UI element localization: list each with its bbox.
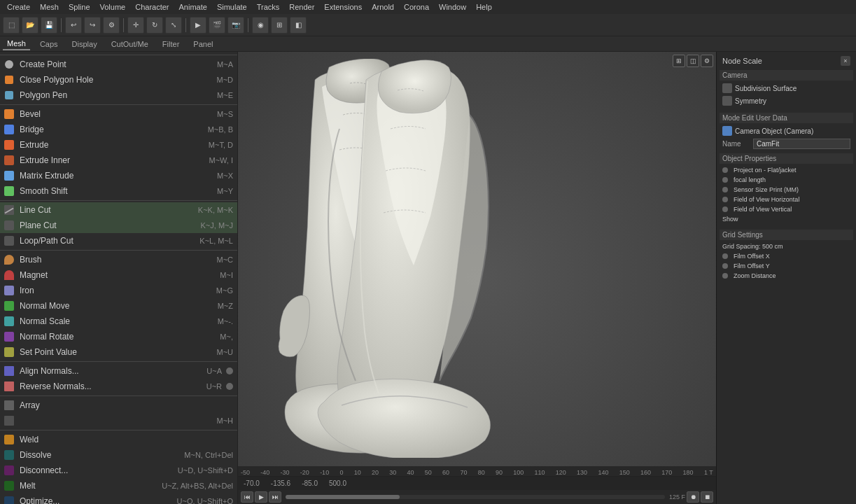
menu-item-align-normals[interactable]: Align Normals... U~A	[0, 363, 237, 379]
bottom-btn-2[interactable]: ▶	[255, 491, 267, 503]
toolbar-new[interactable]: ⬚	[3, 17, 20, 34]
smooth-shift-icon	[3, 185, 15, 197]
menu-item-normal-move[interactable]: Normal Move M~Z	[0, 298, 237, 314]
viewport-settings-btn[interactable]: ⚙	[701, 55, 713, 67]
menu-extensions[interactable]: Extensions	[320, 1, 366, 13]
viewport-display-btn[interactable]: ◫	[687, 55, 699, 67]
spacer3	[720, 224, 853, 230]
create-point-icon	[3, 58, 15, 71]
toolbar-save[interactable]: 💾	[41, 17, 57, 34]
viewport-area[interactable]: ⊞ ◫ ⚙ -50 -40 -30 -20 -10 0 10 20 30 40 …	[238, 52, 716, 504]
menu-mesh[interactable]: Mesh	[36, 1, 63, 13]
menu-item-melt[interactable]: Melt U~Z, Alt+BS, Alt+Del	[0, 478, 237, 493]
film-offset-x-dot	[722, 253, 728, 259]
toolbar-move[interactable]: ✛	[127, 17, 144, 34]
toolbar-rotate[interactable]: ↻	[146, 17, 163, 34]
reverse-normals-icon	[3, 380, 15, 393]
menu-item-loop-path-cut[interactable]: Loop/Path Cut K~L, M~L	[0, 233, 237, 248]
menu-item-plane-cut[interactable]: Plane Cut K~J, M~J	[0, 218, 237, 233]
menu-item-close-polygon-hole[interactable]: Close Polygon Hole M~D	[0, 72, 237, 88]
menu-item-brush[interactable]: Brush M~C	[0, 252, 237, 267]
status-bar: -70.0 -135.6 -85.0 500.0	[238, 476, 716, 490]
toolbar-render-view[interactable]: 📷	[227, 17, 244, 34]
camera-name-input[interactable]: CamFit	[753, 139, 850, 149]
symmetry-icon	[722, 96, 732, 106]
toolbar-open[interactable]: 📂	[22, 17, 38, 34]
menu-item-array[interactable]: Array	[0, 398, 237, 413]
menu-create[interactable]: Create	[3, 1, 34, 13]
extrude-inner-icon	[3, 154, 15, 167]
toolbar-layer[interactable]: ◧	[290, 17, 307, 34]
menu-item-set-point-value[interactable]: Set Point Value M~U	[0, 344, 237, 360]
bottom-btn-3[interactable]: ⏭	[269, 491, 281, 503]
menu-item-iron[interactable]: Iron M~G	[0, 283, 237, 298]
toolbar-render[interactable]: ▶	[190, 17, 206, 34]
tab-mesh[interactable]: Mesh	[3, 38, 30, 50]
brush-icon	[3, 253, 15, 266]
timeline-scrubber[interactable]	[286, 495, 665, 499]
normal-scale-icon	[3, 315, 15, 328]
menu-item-disconnect[interactable]: Disconnect... U~D, U~Shift+D	[0, 463, 237, 478]
menu-item-line-cut[interactable]: Line Cut K~K, M~K	[0, 202, 237, 218]
right-row-zoom-distance: Zoom Distance	[720, 271, 853, 281]
array-icon	[3, 399, 15, 412]
menu-item-bevel[interactable]: Bevel M~S	[0, 106, 237, 122]
right-row-symmetry: Symmetry	[720, 94, 853, 107]
tab-caps[interactable]: Caps	[36, 38, 62, 50]
right-section-obj-props-title: Object Properties	[720, 153, 853, 164]
right-section-file-title: Camera	[720, 70, 853, 80]
toolbar-redo[interactable]: ↪	[84, 17, 101, 34]
dissolve-icon	[3, 449, 15, 461]
toolbar-display[interactable]: ◉	[252, 17, 269, 34]
menu-spline[interactable]: Spline	[64, 1, 94, 13]
toolbar-render-settings[interactable]: 🎬	[209, 17, 225, 34]
menu-animate[interactable]: Animate	[175, 1, 211, 13]
menu-item-bridge[interactable]: Bridge M~B, B	[0, 122, 237, 137]
tab-panel[interactable]: Panel	[189, 38, 217, 50]
right-row-grid-spacing: Grid Spacing: 500 cm	[720, 241, 853, 251]
menu-item-polygon-pen[interactable]: Polygon Pen M~E	[0, 88, 237, 103]
menu-simulate[interactable]: Simulate	[213, 1, 251, 13]
menu-item-hide[interactable]: M~H	[0, 413, 237, 428]
zoom-distance-dot	[722, 273, 728, 279]
menu-item-normal-scale[interactable]: Normal Scale M~-.	[0, 314, 237, 329]
toolbar-settings[interactable]: ⚙	[103, 17, 120, 34]
menu-item-matrix-extrude[interactable]: Matrix Extrude M~X	[0, 168, 237, 183]
menu-item-optimize[interactable]: Optimize... U~O, U~Shift+O	[0, 493, 237, 504]
menu-character[interactable]: Character	[131, 1, 173, 13]
normal-rotate-icon	[3, 330, 15, 343]
bottom-btn-1[interactable]: ⏮	[241, 491, 253, 503]
menu-item-smooth-shift[interactable]: Smooth Shift M~Y	[0, 183, 237, 199]
menu-help[interactable]: Help	[472, 1, 496, 13]
tab-display[interactable]: Display	[68, 38, 101, 50]
toolbar-filter[interactable]: ⊞	[271, 17, 288, 34]
right-row-project-on: Project on - Flat/jacket	[720, 165, 853, 175]
menu-item-reverse-normals[interactable]: Reverse Normals... U~R	[0, 379, 237, 394]
menu-volume[interactable]: Volume	[96, 1, 130, 13]
menu-item-dissolve[interactable]: Dissolve M~N, Ctrl+Del	[0, 447, 237, 463]
film-offset-y-dot	[722, 263, 728, 269]
panel-close-btn[interactable]: ×	[841, 56, 850, 66]
bottom-btn-record[interactable]: ⏺	[687, 491, 699, 503]
menu-item-weld[interactable]: Weld	[0, 432, 237, 447]
menu-window[interactable]: Window	[435, 1, 470, 13]
tab-filter[interactable]: Filter	[158, 38, 183, 50]
toolbar-scale[interactable]: ⤡	[165, 17, 182, 34]
tab-cutout[interactable]: CutOut/Me	[107, 38, 153, 50]
menu-corona[interactable]: Corona	[400, 1, 433, 13]
menu-tracks[interactable]: Tracks	[253, 1, 284, 13]
viewport-grid-btn[interactable]: ⊞	[673, 55, 685, 67]
menu-section-array: Array M~H	[0, 396, 237, 428]
menu-item-magnet[interactable]: Magnet M~I	[0, 267, 237, 283]
menu-item-normal-rotate[interactable]: Normal Rotate M~,	[0, 329, 237, 344]
menu-item-create-point[interactable]: Create Point M~A	[0, 57, 237, 72]
toolbar-undo[interactable]: ↩	[65, 17, 82, 34]
toolbar: ⬚ 📂 💾 ↩ ↪ ⚙ ✛ ↻ ⤡ ▶ 🎬 📷 ◉ ⊞ ◧	[0, 14, 856, 36]
menu-render[interactable]: Render	[285, 1, 318, 13]
menu-item-extrude[interactable]: Extrude M~T, D	[0, 137, 237, 153]
align-normals-icon	[3, 365, 15, 377]
menu-item-extrude-inner[interactable]: Extrude Inner M~W, I	[0, 153, 237, 168]
normal-move-icon	[3, 300, 15, 312]
menu-arnold[interactable]: Arnold	[367, 1, 398, 13]
bottom-btn-end[interactable]: ⏹	[701, 491, 713, 503]
